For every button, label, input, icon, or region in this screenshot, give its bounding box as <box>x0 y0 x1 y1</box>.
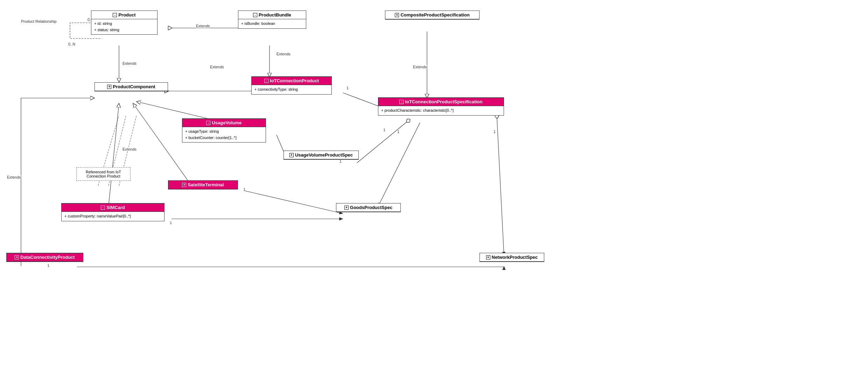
iot-connection-product-spec-name: IoTConnectionProductSpecification <box>405 99 482 104</box>
extends-label-1: Extends <box>196 24 210 28</box>
usage-volume-product-spec-collapse-icon[interactable]: + <box>289 153 294 157</box>
usage-volume-attr-1: + usageType: string <box>185 129 263 135</box>
productbundle-collapse-icon[interactable]: - <box>253 13 257 17</box>
productbundle-class-name: ProductBundle <box>259 12 291 18</box>
iot-connection-product-body: + connectivityType: string <box>252 85 331 94</box>
satellite-terminal-collapse-icon[interactable]: + <box>182 183 186 187</box>
iot-connection-product-collapse-icon[interactable]: - <box>264 79 268 83</box>
sim-card-attr-1: + customProperty: nameValuePair[0..*] <box>64 213 161 220</box>
goods-product-spec-collapse-icon[interactable]: + <box>344 206 349 210</box>
iot-connection-product-spec-header: - IoTConnectionProductSpecification <box>378 98 504 106</box>
productbundle-class-body: + isBundle: boolean <box>238 19 306 28</box>
svg-line-14 <box>357 123 406 163</box>
iot-connection-product-class: - IoTConnectionProduct + connectivityTyp… <box>251 76 332 95</box>
note-box-iot-ref: Referenced from IoTConnection Product <box>76 167 131 181</box>
iot-connection-product-spec-attr-1: + productCharacteristic: characteristic[… <box>381 108 501 114</box>
product-component-header: + ProductComponent <box>95 83 168 91</box>
iot-connection-product-attr-1: + connectivityType: string <box>254 86 329 93</box>
usage-volume-class: - UsageVolume + usageType: string + buck… <box>182 118 266 143</box>
iot-connection-product-spec-collapse-icon[interactable]: - <box>399 100 404 104</box>
svg-text:1: 1 <box>493 130 496 134</box>
iot-connection-product-spec-body: + productCharacteristic: characteristic[… <box>378 106 504 115</box>
usage-volume-collapse-icon[interactable]: - <box>206 121 210 125</box>
svg-line-10 <box>108 103 119 207</box>
extends-label-8: Extends <box>7 175 21 179</box>
svg-text:0..N: 0..N <box>68 42 75 46</box>
usage-volume-product-spec-class: + UsageVolumeProductSpec <box>284 151 359 160</box>
diagram-container: 0..N 0..N 1 1 1 1 1 1 1 1 1 Product Rela… <box>0 0 868 388</box>
data-connectivity-product-collapse-icon[interactable]: + <box>15 255 19 259</box>
extends-label-6: Extends <box>122 147 136 151</box>
product-component-class: + ProductComponent <box>94 82 168 91</box>
svg-text:1: 1 <box>397 130 399 134</box>
data-connectivity-product-name: DataConnectivityProduct <box>20 255 75 260</box>
product-collapse-icon[interactable]: - <box>113 13 117 17</box>
composite-product-spec-header: + CompositeProductSpecification <box>385 11 479 19</box>
satellite-terminal-header: + SatelliteTerminal <box>168 181 238 189</box>
usage-volume-attr-2: + bucketCounter: counter[1..*] <box>185 135 263 141</box>
satellite-terminal-name: SatelliteTerminal <box>188 182 224 187</box>
iot-connection-product-header: - IoTConnectionProduct <box>252 77 331 85</box>
note-box-text: Referenced from IoTConnection Product <box>86 170 121 178</box>
product-relationship-label: Product Relationship <box>21 19 57 23</box>
svg-text:1: 1 <box>170 221 172 225</box>
svg-line-15 <box>378 123 420 207</box>
sim-card-body: + customProperty: nameValuePair[0..*] <box>62 212 164 221</box>
product-component-name: ProductComponent <box>113 84 155 89</box>
network-product-spec-collapse-icon[interactable]: + <box>486 255 490 259</box>
product-attr-2: + status: string <box>94 27 154 33</box>
svg-text:1: 1 <box>346 86 349 90</box>
svg-line-9 <box>133 103 189 182</box>
network-product-spec-class: + NetworkProductSpec <box>479 253 544 262</box>
svg-text:1: 1 <box>340 159 342 164</box>
usage-volume-body: + usageType: string + bucketCounter: cou… <box>182 127 266 142</box>
svg-line-8 <box>136 102 210 119</box>
extends-label-3: Extends <box>210 65 224 69</box>
productbundle-attr-1: + isBundle: boolean <box>241 21 303 27</box>
product-attr-1: + id: string <box>94 21 154 27</box>
svg-line-16 <box>497 119 504 256</box>
goods-product-spec-class: + GoodsProductSpec <box>336 203 401 212</box>
goods-product-spec-header: + GoodsProductSpec <box>336 203 400 212</box>
satellite-terminal-class: + SatelliteTerminal <box>168 180 238 189</box>
product-class-body: + id: string + status: string <box>91 19 157 34</box>
svg-text:1: 1 <box>243 187 245 192</box>
sim-card-header: - SIMCard <box>62 203 164 212</box>
product-class: - Product + id: string + status: string <box>91 11 158 35</box>
svg-text:1: 1 <box>383 128 385 132</box>
goods-product-spec-name: GoodsProductSpec <box>350 205 392 210</box>
extends-label-4: Extends <box>276 52 290 56</box>
productbundle-class: - ProductBundle + isBundle: boolean <box>238 11 306 29</box>
composite-product-spec-collapse-icon[interactable]: + <box>395 13 399 17</box>
productbundle-class-header: - ProductBundle <box>238 11 306 19</box>
network-product-spec-name: NetworkProductSpec <box>492 255 538 260</box>
usage-volume-name: UsageVolume <box>212 120 241 125</box>
data-connectivity-product-class: + DataConnectivityProduct <box>6 253 83 262</box>
usage-volume-header: - UsageVolume <box>182 119 266 127</box>
iot-connection-product-name: IoTConnectionProduct <box>270 78 319 83</box>
product-class-header: - Product <box>91 11 157 19</box>
sim-card-name: SIMCard <box>106 205 125 210</box>
usage-volume-product-spec-name: UsageVolumeProductSpec <box>295 152 353 158</box>
data-connectivity-product-header: + DataConnectivityProduct <box>7 253 83 262</box>
sim-card-class: - SIMCard + customProperty: nameValuePai… <box>61 203 164 221</box>
svg-text:1: 1 <box>47 263 49 268</box>
network-product-spec-header: + NetworkProductSpec <box>480 253 544 262</box>
iot-connection-product-spec-class: - IoTConnectionProductSpecification + pr… <box>378 97 504 116</box>
composite-product-spec-name: CompositeProductSpecification <box>400 12 469 18</box>
product-component-collapse-icon[interactable]: + <box>107 85 111 89</box>
composite-product-spec-class: + CompositeProductSpecification <box>385 11 479 20</box>
svg-line-17 <box>245 191 343 214</box>
sim-card-collapse-icon[interactable]: - <box>101 206 105 210</box>
extends-label-2: Extends <box>122 61 136 65</box>
usage-volume-product-spec-header: + UsageVolumeProductSpec <box>284 151 358 159</box>
product-class-name: Product <box>118 12 135 18</box>
extends-label-5: Extends <box>413 65 427 69</box>
arrows-svg: 0..N 0..N 1 1 1 1 1 1 1 1 1 <box>0 0 868 388</box>
